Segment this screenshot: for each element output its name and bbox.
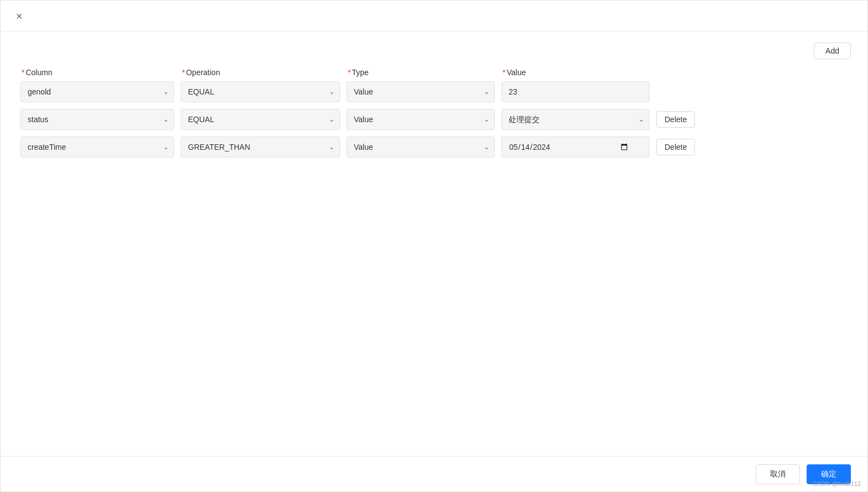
row1-operation-select[interactable]: EQUAL NOT_EQUAL GREATER_THAN LESS_THAN L…: [181, 81, 340, 102]
row1-column-cell: genold status createTime ⌄: [17, 81, 177, 102]
row3-operation-cell: EQUAL NOT_EQUAL GREATER_THAN LESS_THAN L…: [177, 137, 343, 158]
row1-type-select[interactable]: Value Field: [347, 81, 495, 102]
row2-column-cell: genold status createTime ⌄: [17, 109, 177, 130]
table-row: genold status createTime ⌄ EQUAL NOT_EQU…: [17, 137, 851, 158]
row1-operation-select-wrapper: EQUAL NOT_EQUAL GREATER_THAN LESS_THAN L…: [181, 81, 340, 102]
column-required-mark: *: [22, 68, 24, 77]
cancel-button[interactable]: 取消: [756, 464, 800, 484]
row3-value-cell: [498, 137, 653, 158]
row3-type-select-wrapper: Value Field ⌄: [347, 137, 495, 158]
filter-dialog: × Add *Column *Operation *Type *Value: [0, 0, 868, 492]
row3-type-cell: Value Field ⌄: [343, 137, 498, 158]
operation-header: *Operation: [180, 68, 346, 77]
row1-operation-cell: EQUAL NOT_EQUAL GREATER_THAN LESS_THAN L…: [177, 81, 343, 102]
action-header: [655, 68, 710, 77]
row2-value-cell: 处理提交 ⌄: [498, 109, 653, 130]
row2-column-select-wrapper: genold status createTime ⌄: [20, 109, 174, 130]
dialog-footer: 取消 确定: [1, 456, 867, 491]
row1-type-select-wrapper: Value Field ⌄: [347, 81, 495, 102]
row2-operation-select-wrapper: EQUAL NOT_EQUAL GREATER_THAN LESS_THAN L…: [181, 109, 340, 130]
row3-operation-select-wrapper: EQUAL NOT_EQUAL GREATER_THAN LESS_THAN L…: [181, 137, 340, 158]
row2-operation-select[interactable]: EQUAL NOT_EQUAL GREATER_THAN LESS_THAN L…: [181, 109, 340, 130]
close-button[interactable]: ×: [12, 8, 27, 24]
row3-action-cell: Delete: [653, 139, 708, 155]
row1-value-cell: [498, 81, 653, 102]
row3-column-cell: genold status createTime ⌄: [17, 137, 177, 158]
table-row: genold status createTime ⌄ EQUAL NOT_EQU…: [17, 109, 851, 130]
row1-type-cell: Value Field ⌄: [343, 81, 498, 102]
operation-required-mark: *: [182, 68, 185, 77]
table-header: *Column *Operation *Type *Value: [17, 68, 851, 77]
value-required-mark: *: [503, 68, 505, 77]
row3-date-input[interactable]: [501, 137, 650, 158]
row2-operation-cell: EQUAL NOT_EQUAL GREATER_THAN LESS_THAN L…: [177, 109, 343, 130]
row3-column-select[interactable]: genold status createTime: [20, 137, 174, 158]
value-header: *Value: [500, 68, 655, 77]
watermark: CSDN @linab112: [813, 480, 861, 487]
dialog-body: Add *Column *Operation *Type *Value gen: [1, 32, 867, 456]
row3-column-select-wrapper: genold status createTime ⌄: [20, 137, 174, 158]
type-header: *Type: [346, 68, 500, 77]
column-header: *Column: [19, 68, 180, 77]
row1-column-select-wrapper: genold status createTime ⌄: [20, 81, 174, 102]
row2-value-select-wrapper: 处理提交 ⌄: [501, 109, 650, 130]
row3-operation-select[interactable]: EQUAL NOT_EQUAL GREATER_THAN LESS_THAN L…: [181, 137, 340, 158]
row2-type-select-wrapper: Value Field ⌄: [347, 109, 495, 130]
row3-type-select[interactable]: Value Field: [347, 137, 495, 158]
row2-type-select[interactable]: Value Field: [347, 109, 495, 130]
table-row: genold status createTime ⌄ EQUAL NOT_EQU…: [17, 81, 851, 102]
row2-type-cell: Value Field ⌄: [343, 109, 498, 130]
row2-column-select[interactable]: genold status createTime: [20, 109, 174, 130]
row2-value-select[interactable]: 处理提交: [501, 109, 650, 130]
row1-value-input[interactable]: [501, 81, 650, 102]
row3-delete-button[interactable]: Delete: [656, 139, 695, 155]
toolbar: Add: [17, 43, 851, 59]
add-button[interactable]: Add: [814, 43, 851, 59]
row1-column-select[interactable]: genold status createTime: [20, 81, 174, 102]
row3-date-wrapper: [501, 137, 650, 158]
row2-action-cell: Delete: [653, 111, 708, 128]
dialog-header: ×: [1, 1, 867, 32]
type-required-mark: *: [348, 68, 351, 77]
row2-delete-button[interactable]: Delete: [656, 111, 695, 128]
